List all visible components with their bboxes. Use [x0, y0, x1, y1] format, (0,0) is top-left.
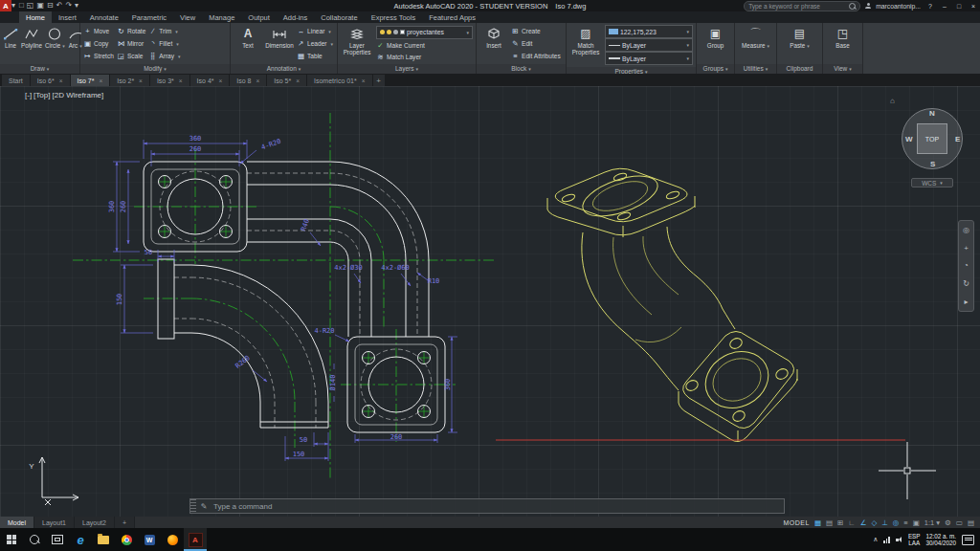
match-layer-button[interactable]: ≋Match Layer [376, 52, 473, 62]
model-space-button[interactable]: MODEL [783, 519, 809, 526]
file-explorer-app[interactable] [92, 528, 115, 551]
close-tab-icon[interactable]: × [362, 77, 366, 84]
qat-dropdown-icon[interactable]: ▾ [75, 0, 78, 11]
grid-icon[interactable]: ▦ [814, 518, 821, 527]
ribbon-tab-express-tools[interactable]: Express Tools [365, 11, 423, 23]
scale-button[interactable]: ◲Scale [117, 51, 145, 61]
panel-label-layers[interactable]: Layers▾ [338, 64, 476, 74]
viewport-menu-button[interactable]: [-] [25, 91, 32, 99]
file-tab-start[interactable]: Start [2, 75, 30, 86]
match-properties-button[interactable]: ▨ Match Properties [569, 24, 602, 66]
ribbon-tab-featured-apps[interactable]: Featured Apps [422, 11, 482, 23]
file-tab-iso-7[interactable]: Iso 7*× [71, 75, 110, 86]
base-button[interactable]: ◳ Base [829, 24, 858, 63]
volume-icon[interactable] [896, 537, 902, 542]
make-current-button[interactable]: ✓Make Current [376, 40, 473, 51]
stretch-button[interactable]: ↦Stretch [83, 51, 114, 61]
customization-menu-icon[interactable]: ▤ [968, 518, 974, 527]
text-button[interactable]: A Text [234, 24, 262, 63]
object-snap-icon[interactable]: ◎ [893, 518, 900, 527]
close-tab-icon[interactable]: × [179, 77, 183, 84]
ribbon-tab-home[interactable]: Home [19, 11, 52, 23]
layout-tab-layout2[interactable]: Layout2 [75, 517, 115, 528]
plot-icon[interactable]: ⊟ [47, 0, 54, 11]
linear-button[interactable]: ↔Linear▾ [297, 26, 333, 36]
copy-button[interactable]: ▣Copy [83, 38, 114, 49]
lineweight-icon[interactable]: ≡ [903, 518, 907, 527]
close-tab-icon[interactable]: × [99, 77, 102, 84]
object-color-select[interactable]: 122,175,223 ▾ [605, 25, 693, 38]
username[interactable]: marcoantonip... [876, 3, 921, 10]
showmotion-icon[interactable]: ▸ [964, 298, 968, 306]
table-button[interactable]: ▦Table [297, 51, 333, 61]
annotation-monitor-icon[interactable]: ▭ [956, 518, 963, 527]
pan-icon[interactable]: + [964, 244, 969, 253]
minimize-button[interactable]: – [940, 3, 949, 10]
file-tab-iso-8[interactable]: Iso 8× [230, 75, 266, 86]
file-tab-iso-4[interactable]: Iso 4*× [190, 75, 230, 86]
panel-label-block[interactable]: Block▾ [477, 64, 566, 74]
layout-tab-model[interactable]: Model [0, 517, 34, 528]
rotate-button[interactable]: ↻Rotate [117, 26, 145, 36]
move-button[interactable]: +Move [83, 26, 114, 36]
tray-chevron-icon[interactable]: ∧ [873, 536, 878, 543]
clock[interactable]: 12:02 a. m.30/04/2020 [925, 533, 956, 546]
viewcube-north[interactable]: N [929, 109, 935, 118]
close-tab-icon[interactable]: × [296, 77, 300, 84]
file-tab-iso-5[interactable]: Iso 5*× [267, 75, 306, 86]
command-line-grip[interactable] [190, 499, 196, 513]
firefox-app[interactable] [161, 528, 184, 551]
measure-button[interactable]: ⌒ Measure▾ [742, 24, 770, 63]
edit-block-button[interactable]: ✎Edit [511, 38, 561, 49]
file-tab-iso-6[interactable]: Iso 6*× [31, 75, 70, 86]
new-file-icon[interactable]: □ [19, 0, 24, 11]
file-tab-iso-2[interactable]: Iso 2*× [110, 75, 149, 86]
edit-attributes-button[interactable]: ≡Edit Attributes [511, 51, 561, 61]
ribbon-tab-parametric[interactable]: Parametric [125, 11, 173, 23]
search-icon[interactable] [849, 3, 856, 10]
zoom-icon[interactable]: ◔ [964, 261, 969, 270]
fillet-button[interactable]: ◝Fillet▾ [148, 38, 180, 49]
open-file-icon[interactable]: ◱ [27, 0, 34, 11]
command-input[interactable]: Type a command [210, 502, 272, 511]
linetype-select[interactable]: ByLayer ▾ [605, 38, 693, 52]
ribbon-tab-manage[interactable]: Manage [202, 11, 241, 23]
help-icon[interactable]: ? [925, 3, 935, 10]
wcs-menu[interactable]: WCS▾ [911, 178, 953, 187]
layout-tab-[interactable]: + [115, 517, 135, 528]
taskbar-search-button[interactable] [23, 528, 46, 551]
autocad-logo-icon[interactable]: A [0, 0, 11, 11]
insert-button[interactable]: Insert [479, 24, 508, 63]
view-menu-button[interactable]: [Top] [33, 91, 50, 99]
infer-constraints-icon[interactable]: ⊞ [837, 518, 843, 527]
polyline-button[interactable]: Polyline [21, 24, 42, 63]
lineweight-select[interactable]: ByLayer ▾ [605, 52, 693, 65]
save-icon[interactable]: ▣ [36, 0, 44, 11]
ribbon-tab-add-ins[interactable]: Add-ins [277, 11, 314, 23]
orbit-icon[interactable]: ↻ [963, 279, 969, 288]
viewcube-west[interactable]: W [905, 135, 913, 143]
close-tab-icon[interactable]: × [139, 77, 143, 84]
file-tab-isometrico-01[interactable]: Isometrico 01*× [307, 75, 372, 86]
isodraft-icon[interactable]: ◇ [871, 518, 877, 527]
viewcube-south[interactable]: S [930, 160, 935, 168]
ribbon-tab-annotate[interactable]: Annotate [83, 11, 125, 23]
new-tab-button[interactable]: + [373, 75, 385, 86]
ribbon-tab-collaborate[interactable]: Collaborate [314, 11, 364, 23]
layer-select[interactable]: proyectantes ▾ [376, 26, 473, 39]
word-app[interactable]: W [138, 528, 161, 551]
line-button[interactable]: Line [3, 24, 18, 63]
close-tab-icon[interactable]: × [59, 77, 63, 84]
panel-label-utilities[interactable]: Utilities▾ [735, 64, 776, 74]
viewcube-top-face[interactable]: TOP [917, 123, 947, 154]
undo-icon[interactable]: ↶ [56, 0, 63, 11]
search-input[interactable]: Type a keyword or phrase [744, 1, 860, 11]
panel-label-clipboard[interactable]: Clipboard [777, 64, 822, 74]
task-view-button[interactable] [46, 528, 69, 551]
language-indicator[interactable]: ESPLAA [908, 533, 921, 546]
logo-dropdown-icon[interactable]: ▾ [11, 0, 15, 11]
close-tab-icon[interactable]: × [219, 77, 223, 84]
panel-label-draw[interactable]: Draw▾ [0, 64, 79, 74]
annotation-scale-button[interactable]: 1:1 ▾ [924, 518, 940, 527]
panel-label-annotation[interactable]: Annotation▾ [231, 64, 337, 74]
